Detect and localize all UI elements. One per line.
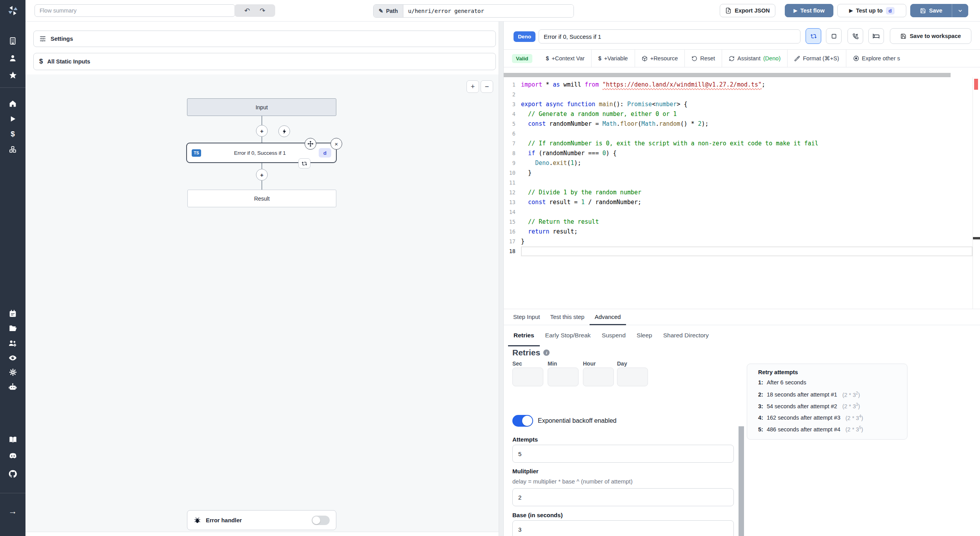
windmill-logo[interactable]	[0, 0, 25, 21]
sidebar-item-discord[interactable]	[5, 449, 21, 463]
tab-shared-directory[interactable]: Shared Directory	[658, 325, 714, 346]
add-variable-label: +Variable	[604, 55, 628, 62]
flow-canvas[interactable]: + − Input + TS Error if 0, Success if 1 …	[25, 74, 499, 532]
tab-advanced[interactable]: Advanced	[590, 309, 626, 325]
redo-icon[interactable]: ↷	[260, 7, 265, 14]
test-flow-button[interactable]: ▶ Test flow	[785, 4, 833, 17]
sidebar-item-schedules[interactable]	[5, 307, 21, 320]
code-line[interactable]: 1import * as wmill from "https://deno.la…	[504, 80, 973, 90]
tab-suspend[interactable]: Suspend	[596, 325, 631, 346]
path-input[interactable]	[403, 5, 573, 17]
save-dropdown-button[interactable]	[952, 4, 968, 17]
zoom-out-button[interactable]: −	[481, 80, 493, 93]
code-line[interactable]: 8 if (randomNumber === 0) {	[504, 148, 973, 158]
code-line[interactable]: 4 // Generate a random number, either 0 …	[504, 109, 973, 119]
code-line[interactable]: 13 const result = 1 / randomNumber;	[504, 197, 973, 207]
attempts-label: Attempts	[512, 436, 538, 443]
code-editor[interactable]: 1import * as wmill from "https://deno.la…	[504, 77, 973, 309]
code-line[interactable]: 10 }	[504, 168, 973, 178]
sidebar-item-favorites[interactable]	[5, 69, 21, 82]
reset-button[interactable]: Reset	[685, 55, 722, 62]
code-line[interactable]: 17}	[504, 237, 973, 246]
step-id-badge: d	[886, 7, 895, 14]
info-icon[interactable]: i	[543, 349, 550, 356]
step-title-input[interactable]	[539, 29, 800, 43]
code-line[interactable]: 15 // Return the result	[504, 217, 973, 227]
sec-input[interactable]	[512, 368, 543, 386]
day-input[interactable]	[617, 368, 648, 386]
delete-step-button[interactable]: ×	[330, 138, 342, 150]
pane-resize-handle[interactable]	[499, 21, 504, 536]
attempts-input[interactable]	[512, 445, 734, 463]
export-json-button[interactable]: Export JSON	[720, 4, 775, 17]
flow-summary-input[interactable]	[34, 4, 235, 17]
code-line[interactable]: 18	[504, 246, 973, 256]
sleep-indicator-button[interactable]	[868, 28, 884, 44]
retry-indicator-button[interactable]	[298, 158, 310, 168]
play-icon	[9, 115, 16, 123]
code-line[interactable]: 16 return result;	[504, 227, 973, 237]
flow-node-result[interactable]: Result	[187, 190, 336, 207]
sidebar-item-folders[interactable]	[5, 322, 21, 335]
code-line[interactable]: 12 // Divide 1 by the random number	[504, 188, 973, 197]
path-field-group: ✎ Path	[373, 4, 574, 18]
multiplier-input[interactable]	[512, 488, 734, 506]
tab-sleep[interactable]: Sleep	[631, 325, 658, 346]
save-to-workspace-button[interactable]: Save to workspace	[890, 28, 971, 44]
exponential-backoff-toggle[interactable]	[512, 415, 533, 427]
move-step-button[interactable]	[305, 138, 316, 150]
explore-scripts-button[interactable]: Explore other s	[846, 55, 907, 62]
test-up-to-button[interactable]: ▶ Test up to d	[837, 4, 906, 17]
sidebar-item-groups[interactable]	[5, 337, 21, 350]
trigger-button[interactable]	[278, 125, 290, 137]
tab-test-this-step[interactable]: Test this step	[545, 309, 590, 325]
add-resource-button[interactable]: +Resource	[635, 55, 685, 62]
sidebar-item-settings[interactable]	[5, 366, 21, 379]
tab-early-stop-break[interactable]: Early Stop/Break	[540, 325, 596, 346]
hour-input[interactable]	[583, 368, 614, 386]
sidebar-item-github[interactable]	[5, 467, 21, 480]
sidebar-item-user[interactable]	[5, 51, 21, 65]
format-button[interactable]: Format (⌘+S)	[788, 55, 846, 62]
add-context-var-button[interactable]: $ +Context Var	[539, 55, 592, 62]
advanced-scrollbar-thumb[interactable]	[739, 426, 744, 536]
sidebar-item-docs[interactable]	[5, 433, 21, 446]
code-line[interactable]: 3export async function main(): Promise<n…	[504, 100, 973, 109]
early-stop-indicator-button[interactable]	[826, 28, 842, 44]
sidebar-item-runs[interactable]	[5, 112, 21, 125]
code-line[interactable]: 14	[504, 207, 973, 217]
flow-settings-button[interactable]: Settings	[33, 31, 496, 47]
code-line[interactable]: 11	[504, 178, 973, 188]
sidebar-item-variables[interactable]: $	[5, 127, 21, 141]
tab-step-input[interactable]: Step Input	[508, 309, 545, 325]
suspend-indicator-button[interactable]	[848, 28, 863, 44]
add-variable-button[interactable]: $ +Variable	[592, 55, 634, 62]
assistant-button[interactable]: Assistant (Deno)	[722, 55, 787, 62]
sidebar-item-home[interactable]	[5, 97, 21, 110]
zoom-in-button[interactable]: +	[466, 80, 479, 93]
code-line[interactable]: 7 // If randomNumber is 0, exit the scri…	[504, 139, 973, 148]
tab-retries[interactable]: Retries	[508, 325, 540, 346]
min-input[interactable]	[548, 368, 579, 386]
sidebar-item-workspace[interactable]	[5, 34, 21, 47]
undo-icon[interactable]: ↶	[244, 7, 250, 14]
sidebar-item-resources[interactable]	[5, 143, 21, 156]
code-line[interactable]: 9 Deno.exit(1);	[504, 158, 973, 168]
add-step-button[interactable]: +	[256, 125, 268, 137]
flow-node-input[interactable]: Input	[187, 98, 336, 116]
error-handler-node[interactable]: Error handler	[187, 510, 336, 530]
retries-indicator-button[interactable]	[806, 28, 821, 44]
all-static-inputs-button[interactable]: $ All Static Inputs	[33, 53, 496, 70]
error-handler-toggle[interactable]	[312, 516, 330, 525]
code-line[interactable]: 5 const randomNumber = Math.floor(Math.r…	[504, 119, 973, 129]
sidebar-collapse-button[interactable]: →	[5, 505, 21, 518]
sidebar-item-workers[interactable]	[5, 380, 21, 393]
path-label[interactable]: ✎ Path	[374, 5, 403, 17]
save-button[interactable]: Save	[911, 4, 952, 17]
sidebar-item-audit[interactable]	[5, 351, 21, 364]
code-line[interactable]: 6	[504, 129, 973, 139]
add-step-button[interactable]: +	[256, 169, 268, 181]
editor-horizontal-scrollbar[interactable]	[504, 73, 951, 77]
base-input[interactable]	[512, 520, 734, 536]
code-line[interactable]: 2	[504, 90, 973, 100]
